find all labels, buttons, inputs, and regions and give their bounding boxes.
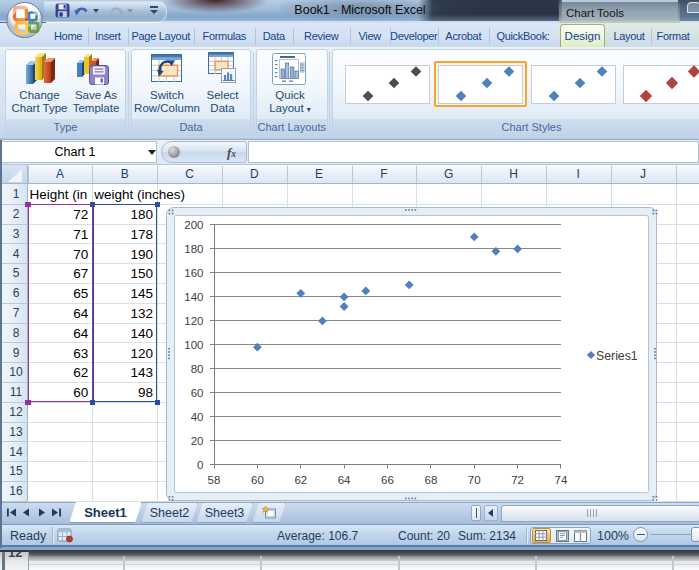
svg-text:140: 140 (184, 291, 203, 303)
svg-text:20: 20 (191, 435, 204, 447)
svg-text:60: 60 (251, 474, 264, 486)
svg-text:72: 72 (511, 474, 524, 486)
svg-text:200: 200 (184, 219, 203, 231)
svg-text:62: 62 (294, 474, 307, 486)
svg-text:58: 58 (208, 474, 221, 486)
svg-text:180: 180 (184, 243, 203, 255)
svg-text:66: 66 (381, 474, 394, 486)
svg-text:160: 160 (184, 267, 203, 279)
svg-text:80: 80 (191, 363, 204, 375)
svg-text:68: 68 (425, 474, 438, 486)
svg-text:74: 74 (555, 474, 568, 486)
svg-text:120: 120 (184, 315, 203, 327)
svg-text:64: 64 (338, 474, 351, 486)
svg-text:0: 0 (197, 459, 203, 471)
svg-text:60: 60 (191, 387, 204, 399)
svg-text:100: 100 (184, 339, 203, 351)
svg-text:70: 70 (468, 474, 481, 486)
svg-text:40: 40 (191, 411, 204, 423)
svg-text:Series1: Series1 (596, 349, 638, 363)
